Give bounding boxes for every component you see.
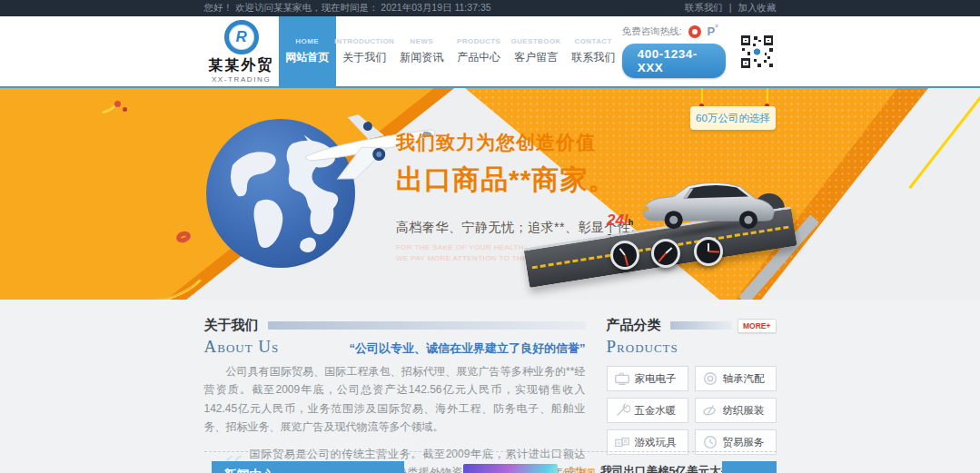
- qr-code: [738, 31, 776, 73]
- logo-r-icon: R: [224, 20, 259, 54]
- right-section-tab[interactable]: [722, 461, 777, 473]
- svg-text:B: B: [623, 439, 627, 444]
- nav-item-products[interactable]: PRODUCTS 产品中心: [450, 16, 508, 86]
- clock-icon: [610, 241, 639, 270]
- paint-splash-deco: [98, 99, 129, 119]
- category-label: 游戏玩具: [635, 436, 677, 449]
- category-bearings-auto[interactable]: 轴承汽配: [695, 366, 777, 391]
- about-title: 关于我们: [204, 317, 259, 334]
- hanging-sign-badge: 60万公司的选择: [690, 106, 776, 130]
- section-gradient-bar: [268, 321, 586, 330]
- category-label: 纺织服装: [723, 404, 765, 418]
- nav-item-news[interactable]: NEWS 新闻资讯: [393, 16, 450, 86]
- social-p-icon[interactable]: P: [708, 25, 716, 38]
- nav-item-introduction[interactable]: INTRODUCTION 关于我们: [336, 16, 393, 86]
- hero-banner: 我们致力为您创造价值 出口商品**商家。 高档奢华、宁静无忧；追求**、彰显个性…: [0, 88, 980, 300]
- main-nav: HOME 网站首页 INTRODUCTION 关于我们 NEWS 新闻资讯 PR…: [279, 16, 622, 86]
- tv-icon: [614, 371, 630, 386]
- category-label: 家电电子: [635, 372, 677, 386]
- about-section: 关于我们 About Us “公司以专业、诚信在业界建立了良好的信誉” 公司具有…: [204, 317, 586, 451]
- news-thumbnail[interactable]: [463, 464, 558, 473]
- main-content: 关于我们 About Us “公司以专业、诚信在业界建立了良好的信誉” 公司具有…: [204, 300, 777, 451]
- nav-zh-label: 新闻资讯: [400, 50, 443, 65]
- logo-name: 某某外贸: [209, 56, 274, 75]
- car-icon: [636, 173, 783, 232]
- nav-item-contact[interactable]: CONTACT 联系我们: [565, 16, 622, 86]
- topbar-favorite-link[interactable]: 加入收藏: [738, 2, 777, 15]
- nav-zh-label: 客户留言: [514, 50, 558, 65]
- category-label: 贸易服务: [723, 436, 765, 449]
- topbar: 您好！ 欢迎访问某某家电，现在时间是： 2021年03月19日 11:37:35…: [0, 0, 980, 16]
- about-title-en: About Us: [204, 337, 280, 357]
- service-number: 24: [607, 212, 624, 229]
- products-title: 产品分类: [607, 317, 661, 334]
- svg-text:A: A: [617, 440, 620, 446]
- hotline-block: 免费咨询热线: P 400-1234-XXX: [622, 16, 727, 86]
- nav-item-guestbook[interactable]: GUESTBOOK 客户留言: [508, 16, 565, 86]
- news-headline: 我司出口美棉5亿美元大关: [601, 464, 732, 473]
- hotline-phone: 400-1234-XXX: [622, 44, 727, 78]
- hardware-icon: [614, 403, 630, 418]
- topbar-separator: |: [729, 2, 732, 15]
- nav-en-label: CONTACT: [574, 37, 611, 45]
- product-category-grid: 家电电子 轴承汽配 五金水暖: [607, 366, 777, 455]
- nav-en-label: INTRODUCTION: [334, 37, 394, 45]
- nav-zh-label: 关于我们: [342, 50, 386, 65]
- nav-zh-label: 产品中心: [457, 50, 500, 65]
- news-center-title: 新闻中心: [224, 468, 275, 473]
- products-title-en: Products: [607, 337, 678, 357]
- about-paragraph-1: 公司具有国际贸易、国际工程承包、招标代理、展览广告等多种业务的**经营资质。截至…: [204, 362, 586, 437]
- news-category: 公司新闻: [563, 467, 596, 473]
- bearing-icon: [702, 371, 718, 386]
- hero-yellow-line-deco: [908, 94, 980, 189]
- sign-text: 60万公司的选择: [696, 112, 770, 125]
- textile-icon: [702, 403, 718, 418]
- logo-subtitle: XX-TRADING: [212, 75, 271, 84]
- category-hardware-plumbing[interactable]: 五金水暖: [607, 398, 688, 423]
- category-label: 五金水暖: [635, 404, 677, 418]
- clock-icon: [694, 237, 723, 266]
- section-gradient-bar: [670, 321, 733, 330]
- category-label: 轴承汽配: [723, 372, 765, 386]
- hotline-label: 免费咨询热线:: [622, 25, 682, 38]
- news-band: 新闻中心 公司新闻 我司出口美棉5亿美元大关: [204, 451, 777, 473]
- nav-en-label: NEWS: [410, 37, 433, 45]
- hero-title-line1: 我们致力为您创造价值: [396, 130, 668, 155]
- nav-zh-label: 联系我们: [571, 50, 615, 65]
- nav-item-home[interactable]: HOME 网站首页: [279, 16, 336, 86]
- news-center-tab[interactable]: 新闻中心: [212, 461, 404, 473]
- hero-title-line2: 出口商品**商家。: [396, 162, 668, 199]
- nav-zh-label: 网站首页: [285, 50, 329, 65]
- products-section: 产品分类 MORE+ Products 家电电子 轴承汽配: [607, 317, 777, 451]
- nav-en-label: PRODUCTS: [457, 37, 500, 45]
- toy-blocks-icon: AB: [614, 435, 630, 449]
- welcome-text: 您好！ 欢迎访问某某家电，现在时间是： 2021年03月19日 11:37:35: [204, 2, 491, 15]
- site-header: R 某某外贸 XX-TRADING HOME 网站首页 INTRODUCTION…: [0, 16, 980, 88]
- topbar-contact-link[interactable]: 联系我们: [685, 2, 723, 15]
- category-appliances[interactable]: 家电电子: [607, 366, 688, 391]
- category-textile-apparel[interactable]: 纺织服装: [695, 398, 777, 423]
- weibo-icon[interactable]: [688, 25, 701, 38]
- about-quote: “公司以专业、诚信在业界建立了良好的信誉”: [350, 340, 586, 357]
- logo[interactable]: R 某某外贸 XX-TRADING: [204, 16, 279, 86]
- nav-en-label: GUESTBOOK: [511, 37, 561, 45]
- service-unit: h: [629, 218, 634, 227]
- trade-clock-icon: [702, 435, 718, 449]
- page: 您好！ 欢迎访问某某家电，现在时间是： 2021年03月19日 11:37:35…: [0, 0, 980, 473]
- nav-en-label: HOME: [295, 37, 319, 45]
- products-more-button[interactable]: MORE+: [737, 319, 776, 333]
- news-item[interactable]: 公司新闻 我司出口美棉5亿美元大关: [563, 464, 732, 473]
